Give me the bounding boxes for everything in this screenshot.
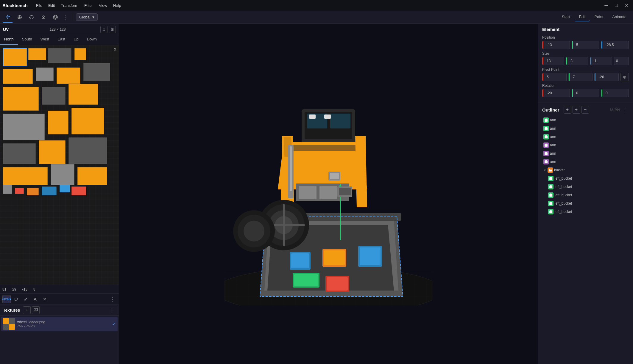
outliner-item-5[interactable]: arm 👁 ✕ (542, 149, 629, 158)
outliner-eye-6[interactable]: 👁 (616, 159, 622, 164)
rotation-z-input[interactable]: 0 (601, 89, 629, 97)
outliner-eye-2[interactable]: 👁 (616, 126, 622, 131)
outliner-eye-bucket[interactable]: 👁 (616, 167, 622, 173)
outliner-eye-12[interactable]: 👁 (616, 209, 622, 214)
outliner-x-12[interactable]: ✕ (622, 209, 628, 214)
face-tab-east[interactable]: East (53, 35, 69, 45)
outliner-x-11[interactable]: ✕ (622, 201, 628, 206)
mode-tab-paint[interactable]: Paint (590, 13, 608, 21)
size-x-input[interactable]: 13 (542, 57, 564, 65)
uv-text-tool[interactable]: A (31, 295, 39, 303)
outliner-group-bucket[interactable]: ▼ bucket 👁 ✕ (542, 166, 629, 174)
outliner-x-4[interactable]: ✕ (622, 142, 628, 148)
textures-add-btn[interactable]: + (23, 306, 31, 314)
rotate-tool-button[interactable] (26, 12, 37, 23)
outliner-eye-11[interactable]: 👁 (616, 201, 622, 206)
outliner-item-12[interactable]: left_bucket 👁 ✕ (547, 208, 629, 216)
menu-filter[interactable]: Filter (81, 2, 96, 9)
outliner-item-4[interactable]: arm 👁 ✕ (542, 141, 629, 149)
size-y-input[interactable]: 8 (566, 57, 588, 65)
drag-tool-button[interactable] (14, 12, 25, 23)
outliner-dots[interactable]: ⋮ (621, 106, 629, 113)
close-button[interactable]: ✕ (622, 1, 631, 10)
outliner-eye-1[interactable]: 👁 (616, 117, 622, 123)
mode-tab-start[interactable]: Start (558, 13, 574, 21)
outliner-item-8[interactable]: left_bucket 👁 ✕ (547, 174, 629, 183)
mode-tab-animate[interactable]: Animate (608, 13, 631, 21)
face-tab-west[interactable]: West (36, 35, 53, 45)
pivot-z-input[interactable]: -26 (594, 73, 619, 81)
uv-canvas[interactable]: X (0, 45, 119, 285)
texture-item-0[interactable]: wheel_loader.png 256 x 256px ✓ (1, 317, 118, 331)
face-tab-up[interactable]: Up (69, 35, 83, 45)
pivot-x-input[interactable]: 5 (542, 73, 567, 81)
svg-rect-17 (324, 114, 331, 119)
pivot-y-input[interactable]: 7 (568, 73, 593, 81)
uv-expand-tool[interactable]: ⤢ (21, 295, 30, 303)
menu-edit[interactable]: Edit (45, 2, 58, 9)
position-y-input[interactable]: 5 (572, 41, 599, 49)
outliner-x-8[interactable]: ✕ (622, 176, 628, 181)
outliner-eye-5[interactable]: 👁 (616, 151, 622, 156)
menu-transform[interactable]: Transform (58, 2, 81, 9)
outliner-x-6[interactable]: ✕ (622, 159, 628, 164)
outliner-item-1[interactable]: arm 👁 ✕ (542, 116, 629, 124)
size-extra-input[interactable]: 0 (614, 57, 629, 65)
outliner-x-bucket[interactable]: ✕ (622, 167, 628, 173)
outliner-x-10[interactable]: ✕ (622, 192, 628, 198)
size-z-input[interactable]: 1 (590, 57, 612, 65)
uv-fill-tool[interactable]: ⬡ (12, 295, 20, 303)
position-row: -13 5 -28.5 (542, 41, 629, 49)
outliner-eye-3[interactable]: 👁 (616, 134, 622, 139)
rotation-x-input[interactable]: -20 (542, 89, 570, 97)
outliner-item-3[interactable]: arm 👁 ✕ (542, 133, 629, 141)
uv-grid-btn[interactable]: ⊞ (109, 26, 116, 33)
face-tab-south[interactable]: South (18, 35, 36, 45)
menu-help[interactable]: Help (110, 2, 124, 9)
outliner-eye-10[interactable]: 👁 (616, 192, 622, 198)
outliner-eye-8[interactable]: 👁 (616, 176, 622, 181)
cube-icon-1 (543, 117, 549, 123)
outliner-x-9[interactable]: ✕ (622, 184, 628, 189)
camera-tool-button[interactable] (50, 12, 61, 23)
uv-close-button[interactable]: X (114, 47, 116, 52)
position-z-input[interactable]: -28.5 (601, 41, 629, 49)
outliner-add-group-btn[interactable]: + (573, 106, 580, 114)
textures-dots[interactable]: ⋮ (108, 307, 116, 313)
outliner-item-10[interactable]: left_bucket 👁 ✕ (547, 191, 629, 199)
textures-import-btn[interactable] (32, 306, 40, 314)
outliner-item-11[interactable]: left_bucket 👁 ✕ (547, 199, 629, 208)
menu-file[interactable]: File (33, 2, 45, 9)
viewport[interactable] (119, 24, 538, 364)
uv-coords-bar: 81 29 -13 8 (0, 285, 119, 293)
rotation-y-input[interactable]: 0 (572, 89, 599, 97)
outliner-item-9[interactable]: left_bucket 👁 ✕ (547, 183, 629, 191)
uv-pixel-mode[interactable]: Pixel ▾ (2, 295, 11, 303)
outliner-x-3[interactable]: ✕ (622, 134, 628, 139)
uv-close-tool[interactable]: ✕ (40, 295, 49, 303)
pivot-center-btn[interactable]: ⊕ (620, 73, 629, 81)
pivot-tool-button[interactable] (38, 12, 49, 23)
outliner-x-5[interactable]: ✕ (622, 151, 628, 156)
uv-fit-btn[interactable]: □ (100, 26, 107, 33)
svg-marker-61 (545, 127, 548, 128)
move-tool-button[interactable] (2, 12, 13, 23)
outliner-eye-4[interactable]: 👁 (616, 142, 622, 148)
mode-dropdown[interactable]: Global ▾ (76, 13, 98, 21)
maximize-button[interactable]: □ (612, 1, 620, 10)
face-tab-down[interactable]: Down (83, 35, 101, 45)
outliner-add-element-btn[interactable]: + (564, 106, 571, 114)
position-x-input[interactable]: -13 (542, 41, 570, 49)
uv-toolbar-dots[interactable]: ⋮ (109, 296, 116, 302)
minimize-button[interactable]: ─ (602, 1, 610, 10)
outliner-x-1[interactable]: ✕ (622, 117, 628, 123)
outliner-item-6[interactable]: arm 👁 ✕ (542, 158, 629, 166)
outliner-remove-btn[interactable]: − (581, 106, 589, 114)
face-tab-north[interactable]: North (0, 35, 18, 45)
mode-tab-edit[interactable]: Edit (575, 13, 590, 21)
outliner-item-2[interactable]: arm 👁 ✕ (542, 124, 629, 133)
outliner-x-2[interactable]: ✕ (622, 126, 628, 131)
outliner-eye-9[interactable]: 👁 (616, 184, 622, 189)
svg-rect-70 (549, 178, 552, 180)
menu-view[interactable]: View (96, 2, 110, 9)
